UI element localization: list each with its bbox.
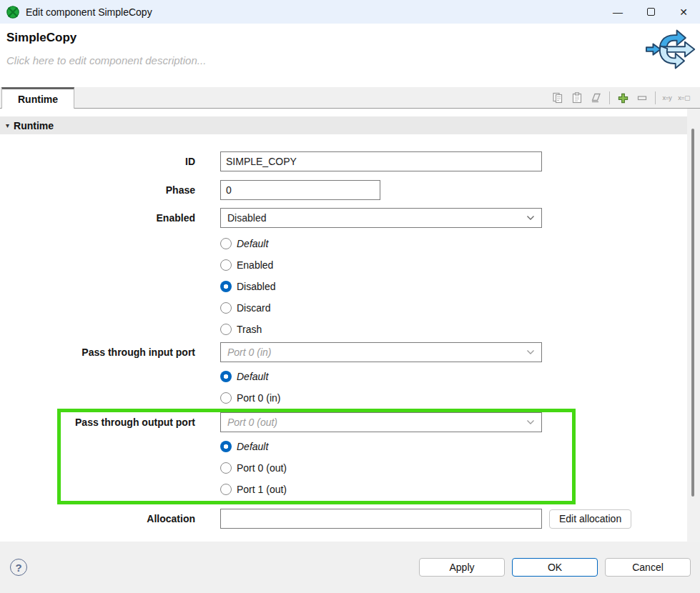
section-title: Runtime (14, 120, 54, 131)
maximize-icon (647, 8, 655, 16)
tab-bar: Runtime x=y x=▢ (0, 87, 700, 109)
toolbar-separator (609, 91, 610, 104)
dialog-footer: ? Apply OK Cancel (0, 542, 700, 593)
enabled-row: Enabled Disabled (0, 208, 700, 228)
radio-label[interactable]: Enabled (237, 259, 273, 271)
input-port-option-port0[interactable]: Port 0 (in) (220, 387, 700, 409)
radio-selected-icon[interactable] (220, 371, 232, 382)
question-icon: ? (15, 562, 21, 574)
simple-value-label: x=y (662, 94, 671, 101)
simple-value-icon[interactable]: x=y (662, 91, 671, 104)
radio-label[interactable]: Port 0 (out) (237, 462, 287, 474)
input-port-label: Pass through input port (0, 347, 195, 358)
input-port-dropdown-value: Port 0 (in) (227, 347, 271, 358)
input-port-option-default[interactable]: Default (220, 366, 700, 387)
enabled-option-disabled[interactable]: Disabled (220, 276, 700, 297)
radio-icon[interactable] (220, 484, 232, 495)
radio-icon[interactable] (220, 259, 232, 271)
output-port-dropdown[interactable]: Port 0 (out) (220, 412, 542, 432)
clear-value-icon[interactable] (590, 91, 603, 104)
section-runtime-header[interactable]: ▾ Runtime (0, 116, 687, 134)
radio-label[interactable]: Default (237, 441, 268, 452)
highlight-box: Pass through output port Port 0 (out) De… (57, 409, 576, 504)
maximize-button[interactable] (634, 0, 667, 24)
id-input[interactable] (220, 151, 542, 171)
allocation-label: Allocation (0, 513, 195, 524)
copy-icon[interactable] (551, 91, 564, 104)
component-description-placeholder[interactable]: Click here to edit component description… (6, 54, 700, 66)
vertical-scrollbar[interactable] (687, 109, 700, 542)
enabled-option-discard[interactable]: Discard (220, 297, 700, 319)
tab-runtime-label: Runtime (18, 94, 58, 105)
chevron-down-icon (526, 215, 535, 221)
radio-label[interactable]: Trash (237, 324, 262, 335)
paste-icon[interactable] (571, 91, 583, 104)
apply-button[interactable]: Apply (419, 558, 505, 577)
radio-label[interactable]: Disabled (237, 281, 275, 292)
radio-label[interactable]: Port 1 (out) (237, 484, 287, 495)
minimize-button[interactable]: — (601, 0, 634, 24)
radio-icon[interactable] (220, 238, 232, 249)
output-port-label: Pass through output port (61, 417, 195, 428)
spacer (0, 109, 700, 116)
close-icon: ✕ (679, 6, 688, 18)
radio-icon[interactable] (220, 302, 232, 314)
id-label: ID (0, 156, 195, 167)
edit-component-dialog: Edit component SimpleCopy — ✕ SimpleCopy… (0, 0, 700, 593)
enabled-label: Enabled (0, 212, 195, 224)
chevron-down-icon (526, 349, 535, 355)
radio-icon[interactable] (220, 392, 232, 404)
simplecopy-icon (646, 26, 697, 74)
radio-icon[interactable] (220, 462, 232, 474)
runtime-form: ID Phase Enabled Disabled Default Enable… (0, 134, 700, 542)
tab-runtime[interactable]: Runtime (1, 87, 74, 109)
enabled-option-default[interactable]: Default (220, 233, 700, 254)
ok-button[interactable]: OK (512, 558, 598, 577)
allocation-input[interactable] (220, 509, 542, 529)
radio-selected-icon[interactable] (220, 281, 232, 292)
properties-toolbar: x=y x=▢ (551, 91, 700, 108)
close-button[interactable]: ✕ (667, 0, 700, 24)
collapse-arrow-icon: ▾ (6, 121, 9, 129)
enabled-option-trash[interactable]: Trash (220, 319, 700, 340)
edit-allocation-button[interactable]: Edit allocation (549, 509, 631, 529)
output-port-option-port0[interactable]: Port 0 (out) (220, 457, 572, 479)
phase-row: Phase (0, 180, 700, 200)
titlebar: Edit component SimpleCopy — ✕ (0, 0, 700, 24)
open-value-editor-label: x=▢ (678, 94, 690, 101)
enabled-dropdown-value: Disabled (227, 212, 266, 224)
radio-label[interactable]: Default (237, 238, 268, 249)
window-title: Edit component SimpleCopy (26, 6, 152, 18)
add-icon[interactable] (616, 91, 629, 104)
chevron-down-icon (526, 419, 535, 425)
cancel-button[interactable]: Cancel (605, 558, 691, 577)
radio-icon[interactable] (220, 324, 232, 335)
minimize-icon: — (613, 6, 623, 18)
scrollbar-thumb[interactable] (691, 129, 694, 497)
remove-icon[interactable] (636, 91, 649, 104)
input-port-dropdown[interactable]: Port 0 (in) (220, 342, 542, 362)
id-row: ID (0, 151, 700, 171)
radio-label[interactable]: Port 0 (in) (237, 392, 280, 404)
radio-label[interactable]: Discard (237, 302, 270, 314)
component-header: SimpleCopy Click here to edit component … (0, 24, 700, 87)
output-port-option-port1[interactable]: Port 1 (out) (220, 479, 572, 500)
output-port-dropdown-value: Port 0 (out) (227, 417, 277, 428)
help-button[interactable]: ? (10, 559, 27, 576)
enabled-option-enabled[interactable]: Enabled (220, 254, 700, 276)
radio-label[interactable]: Default (237, 371, 268, 382)
input-port-row: Pass through input port Port 0 (in) (0, 342, 700, 362)
component-name: SimpleCopy (6, 31, 700, 45)
output-port-row: Pass through output port Port 0 (out) (61, 412, 572, 432)
radio-selected-icon[interactable] (220, 441, 232, 452)
toolbar-separator (655, 91, 656, 104)
phase-input[interactable] (220, 180, 380, 200)
open-value-editor-icon[interactable]: x=▢ (678, 91, 690, 104)
enabled-dropdown[interactable]: Disabled (220, 208, 542, 228)
phase-label: Phase (0, 184, 195, 196)
output-port-option-default[interactable]: Default (220, 436, 572, 457)
clover-app-icon (6, 6, 19, 19)
allocation-row: Allocation Edit allocation (0, 509, 700, 529)
